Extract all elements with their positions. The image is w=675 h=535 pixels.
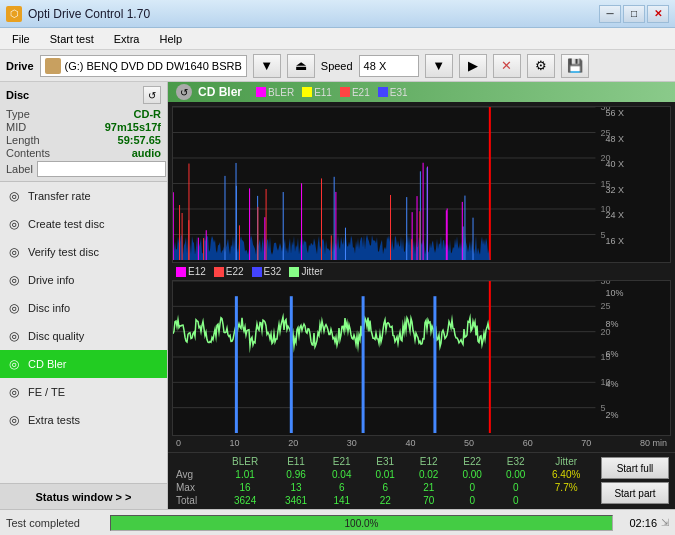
drive-label: Drive (6, 60, 34, 72)
stats-table: BLER E11 E21 E31 E12 E22 E32 Jitter Avg … (172, 455, 595, 507)
start-full-button[interactable]: Start full (601, 457, 669, 479)
legend-bler: BLER (256, 87, 294, 98)
sidebar-item-create-test-disc[interactable]: ◎ Create test disc (0, 210, 167, 238)
e32-color (252, 267, 262, 277)
chart-area: ↺ CD Bler BLER E11 E21 E31 (168, 82, 675, 509)
disc-contents-row: Contents audio (6, 147, 161, 159)
legend-e31: E31 (378, 87, 408, 98)
length-value: 59:57.65 (118, 134, 161, 146)
cd-bler-icon: ◎ (6, 356, 22, 372)
e31-color (378, 87, 388, 97)
avg-e11: 0.96 (272, 468, 320, 481)
x-label-60: 60 (523, 438, 533, 448)
drive-icon (45, 58, 61, 74)
disc-panel: Disc ↺ Type CD-R MID 97m15s17f Length 59… (0, 82, 167, 182)
chart-title: CD Bler (198, 85, 242, 99)
label-input[interactable] (37, 161, 166, 177)
bler-label: BLER (268, 87, 294, 98)
e22-label: E22 (226, 266, 244, 277)
stats-row-max: Max 16 13 6 6 21 0 0 7.7% (172, 481, 595, 494)
stats-area: BLER E11 E21 E31 E12 E22 E32 Jitter Avg … (168, 452, 675, 509)
sidebar-item-disc-quality[interactable]: ◎ Disc quality (0, 322, 167, 350)
sidebar-label-extra-tests: Extra tests (28, 414, 80, 426)
close-button[interactable]: ✕ (647, 5, 669, 23)
menu-extra[interactable]: Extra (106, 31, 148, 47)
length-label: Length (6, 134, 40, 146)
drive-selector[interactable]: (G:) BENQ DVD DD DW1640 BSRB (40, 55, 247, 77)
fe-te-icon: ◎ (6, 384, 22, 400)
total-e21: 141 (320, 494, 363, 507)
settings-button[interactable]: ⚙ (527, 54, 555, 78)
menu-file[interactable]: File (4, 31, 38, 47)
restore-button[interactable]: □ (623, 5, 645, 23)
e32-label: E32 (264, 266, 282, 277)
eject-button[interactable]: ⏏ (287, 54, 315, 78)
e21-color (340, 87, 350, 97)
x-label-80: 80 min (640, 438, 667, 448)
disc-refresh-btn[interactable]: ↺ (143, 86, 161, 104)
menu-help[interactable]: Help (151, 31, 190, 47)
save-button[interactable]: 💾 (561, 54, 589, 78)
mid-value: 97m15s17f (105, 121, 161, 133)
status-bar: Test completed 100.0% 02:16 ⇲ (0, 509, 675, 535)
max-label: Max (172, 481, 218, 494)
disc-quality-icon: ◎ (6, 328, 22, 344)
time-display: 02:16 (617, 517, 657, 529)
avg-e31: 0.01 (363, 468, 406, 481)
legend-e32: E32 (252, 266, 282, 277)
drive-info-icon: ◎ (6, 272, 22, 288)
start-part-button[interactable]: Start part (601, 482, 669, 504)
go-button[interactable]: ▶ (459, 54, 487, 78)
total-e22: 0 (450, 494, 493, 507)
sidebar-item-drive-info[interactable]: ◎ Drive info (0, 266, 167, 294)
sidebar-item-disc-info[interactable]: ◎ Disc info (0, 294, 167, 322)
main-area: Disc ↺ Type CD-R MID 97m15s17f Length 59… (0, 82, 675, 509)
label-key: Label (6, 163, 33, 175)
jitter-color (289, 267, 299, 277)
speed-dropdown-btn[interactable]: ▼ (425, 54, 453, 78)
status-window-label: Status window > > (36, 491, 132, 503)
status-window-button[interactable]: Status window > > (0, 483, 167, 509)
x-label-10: 10 (230, 438, 240, 448)
avg-jitter: 6.40% (537, 468, 595, 481)
sidebar-label-drive-info: Drive info (28, 274, 74, 286)
sidebar-item-transfer-rate[interactable]: ◎ Transfer rate (0, 182, 167, 210)
x-label-0: 0 (176, 438, 181, 448)
sidebar-label-create-test-disc: Create test disc (28, 218, 104, 230)
total-e11: 3461 (272, 494, 320, 507)
mid-label: MID (6, 121, 26, 133)
stats-row-total: Total 3624 3461 141 22 70 0 0 (172, 494, 595, 507)
clear-button[interactable]: ✕ (493, 54, 521, 78)
chart-legend-bottom: E12 E22 E32 Jitter (172, 265, 671, 278)
status-text: Test completed (6, 517, 106, 529)
avg-e22: 0.00 (450, 468, 493, 481)
x-label-20: 20 (288, 438, 298, 448)
stats-buttons: Start full Start part (599, 455, 671, 506)
sidebar-label-transfer-rate: Transfer rate (28, 190, 91, 202)
sidebar-item-cd-bler[interactable]: ◎ CD Bler (0, 350, 167, 378)
menu-start-test[interactable]: Start test (42, 31, 102, 47)
speed-selector[interactable]: 48 X (359, 55, 419, 77)
window-title: Opti Drive Control 1.70 (28, 7, 150, 21)
title-bar: ⬡ Opti Drive Control 1.70 ─ □ ✕ (0, 0, 675, 28)
sidebar-item-extra-tests[interactable]: ◎ Extra tests (0, 406, 167, 434)
e12-label: E12 (188, 266, 206, 277)
total-e12: 70 (407, 494, 450, 507)
sidebar-item-fe-te[interactable]: ◎ FE / TE (0, 378, 167, 406)
minimize-button[interactable]: ─ (599, 5, 621, 23)
max-e21: 6 (320, 481, 363, 494)
disc-length-row: Length 59:57.65 (6, 134, 161, 146)
chart-header: ↺ CD Bler BLER E11 E21 E31 (168, 82, 675, 102)
chart-bottom (172, 280, 671, 436)
window-controls[interactable]: ─ □ ✕ (599, 5, 669, 23)
max-e12: 21 (407, 481, 450, 494)
drive-dropdown-btn[interactable]: ▼ (253, 54, 281, 78)
total-jitter (537, 494, 595, 507)
extra-tests-icon: ◎ (6, 412, 22, 428)
chart-bottom-canvas (173, 281, 670, 433)
transfer-rate-icon: ◎ (6, 188, 22, 204)
x-axis-labels: 0 10 20 30 40 50 60 70 80 min (172, 438, 671, 448)
sidebar-item-verify-test-disc[interactable]: ◎ Verify test disc (0, 238, 167, 266)
avg-e21: 0.04 (320, 468, 363, 481)
sidebar: Disc ↺ Type CD-R MID 97m15s17f Length 59… (0, 82, 168, 509)
